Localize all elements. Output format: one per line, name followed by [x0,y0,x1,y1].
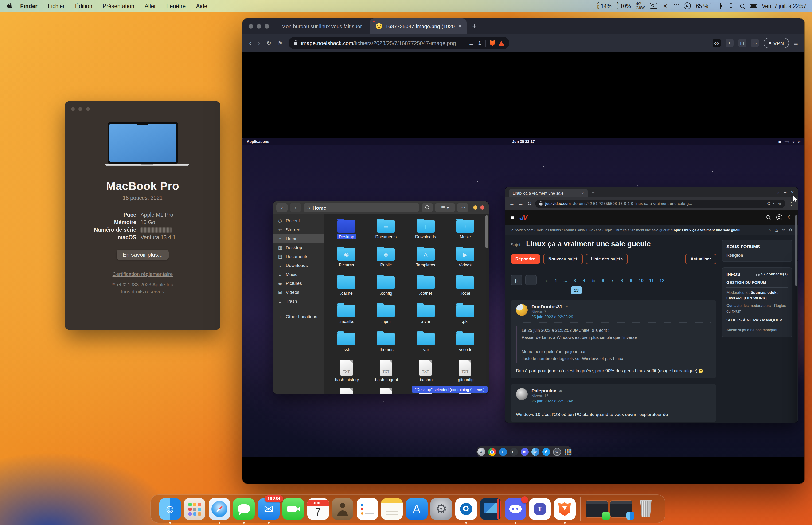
dock-icon[interactable] [356,498,378,520]
page-link[interactable]: 6 [601,278,605,283]
dock-icon[interactable] [381,498,403,520]
page-link[interactable]: 1 [554,278,558,283]
back-icon[interactable]: ← [509,201,515,206]
volume-icon[interactable]: ◁ [792,139,795,144]
file-item[interactable]: .var [406,330,445,359]
share-icon[interactable]: ↥ [477,40,482,46]
applications-menu[interactable]: Applications [247,139,269,144]
wallet-icon[interactable]: ▭ [751,39,759,47]
prev-page-button[interactable]: ‹ [525,275,537,285]
file-item[interactable]: .config [366,274,406,302]
menu-item[interactable]: Aide [191,3,212,9]
sidebar-item[interactable]: ⊔Trash [273,297,324,305]
forward-icon[interactable]: › [290,203,301,212]
dock-icon[interactable] [332,498,353,520]
file-item[interactable]: ATemplates [406,246,445,274]
scrollbar[interactable] [795,215,797,286]
page-link[interactable]: « [545,278,548,283]
linux-dock-icon[interactable] [564,448,572,456]
window-controls[interactable]: ⌄–✕ [776,190,794,195]
menu-item[interactable]: Aller [140,3,161,9]
reload-icon[interactable]: ↻ [527,200,532,207]
brightness-icon[interactable]: ☀ [662,3,668,9]
file-item[interactable]: .local [445,274,485,302]
post-author[interactable]: DonDoritos31✉ [532,304,573,309]
search-icon[interactable] [766,215,771,220]
current-page[interactable]: 13 [571,286,582,294]
file-item[interactable]: ▶Videos [445,246,485,274]
forward-icon[interactable]: → [518,201,523,206]
avatar[interactable] [516,304,528,316]
menu-item[interactable]: Édition [70,3,97,9]
share-icon[interactable]: < [773,201,775,206]
rss-icon[interactable]: ≋ [782,228,785,232]
new-tab-button[interactable]: + [592,190,595,195]
brave-rewards-icon[interactable] [499,41,504,45]
post-author[interactable]: Palepoulax✉ [532,388,573,393]
page-link[interactable]: 11 [649,278,654,283]
browser-tab[interactable]: JVLinux ça a vraiment une sale✕ [509,189,588,197]
file-item[interactable]: .pki [445,302,485,330]
linux-dock-icon[interactable]: ☻ [520,448,528,456]
linux-dock-icon[interactable]: A [542,448,550,456]
file-item[interactable]: ↓Downloads [406,217,445,246]
address-bar[interactable]: jeuxvideo.com/forums/42-51-72555598-13-0… [535,199,785,208]
new-tab-button[interactable]: + [472,22,477,30]
dock-icon[interactable] [554,498,576,520]
file-item[interactable]: TXT.bash_logout [366,359,406,387]
wifi-icon[interactable] [727,3,735,9]
path-bar[interactable]: ⌂Home⋯ [304,203,419,212]
regulatory-cert-link[interactable]: Certification réglementaire [65,271,220,277]
file-item[interactable]: .cache [326,274,366,302]
file-item[interactable]: .vscode [445,330,485,359]
search-icon[interactable] [422,203,433,212]
browser-menu-icon[interactable]: ⋮ [789,201,794,206]
dock-icon[interactable] [580,497,581,521]
sidebar-item[interactable]: ↓Downloads [273,261,324,270]
sidebar-item[interactable]: ⌂Home [273,234,324,243]
file-item[interactable]: TXT.gitconfig [445,359,485,387]
extension-icon[interactable]: oo [713,39,721,47]
refresh-button[interactable]: Actualiser [685,254,716,264]
page-link[interactable]: ... [563,278,567,283]
settings-icon[interactable]: ⚙ [789,228,792,232]
menu-item[interactable]: Fichier [43,3,70,9]
keyboard-backlight-icon[interactable] [673,3,678,8]
vpn-button[interactable]: VPN [763,38,789,48]
topic-list-button[interactable]: Liste des sujets [586,254,628,264]
file-item[interactable] [366,387,406,394]
file-item[interactable]: TXT.bashrc [406,359,445,387]
file-item[interactable]: .nvm [406,302,445,330]
avatar[interactable] [516,388,528,400]
page-link[interactable]: 3 [573,278,577,283]
screen-record-icon[interactable] [650,3,657,9]
control-center-icon[interactable] [751,3,757,8]
file-item[interactable]: .dotnet [406,274,445,302]
sidebar-item[interactable]: ▦Desktop [273,243,324,252]
file-item[interactable]: ♪Music [445,217,485,246]
file-item[interactable]: TXT.bash_history [326,359,366,387]
dock-icon[interactable]: ☺ [159,498,181,520]
sidebar-item[interactable]: ♫Music [273,270,324,279]
file-item[interactable]: ☻Public [366,246,406,274]
file-item[interactable]: ◉Pictures [326,246,366,274]
message-icon[interactable]: ✉ [559,389,562,393]
page-link[interactable]: 8 [620,278,624,283]
play-icon[interactable]: ▶ [684,2,691,10]
forward-icon[interactable]: › [258,39,260,47]
dock-icon[interactable] [635,498,657,520]
dock-icon[interactable] [504,498,526,520]
dock-icon[interactable] [209,498,230,520]
subforum-link[interactable]: Religion [726,253,787,258]
page-link[interactable]: 4 [582,278,586,283]
hamburger-icon[interactable]: ≡ [511,214,514,221]
scrollbar[interactable] [486,215,488,248]
dock-icon[interactable] [233,498,255,520]
dock-icon[interactable] [610,500,632,517]
post-date[interactable]: 25 juin 2023 à 22:25:46 [532,399,573,403]
window-controls[interactable] [249,24,269,28]
browser-tab[interactable]: JV1687725047-image.png (1920✕ [370,18,466,34]
address-bar[interactable]: image.noelshack.com/fichiers/2023/25/7/1… [289,37,510,49]
dock-icon[interactable] [282,498,304,520]
menu-item[interactable]: Fenêtre [161,3,191,9]
